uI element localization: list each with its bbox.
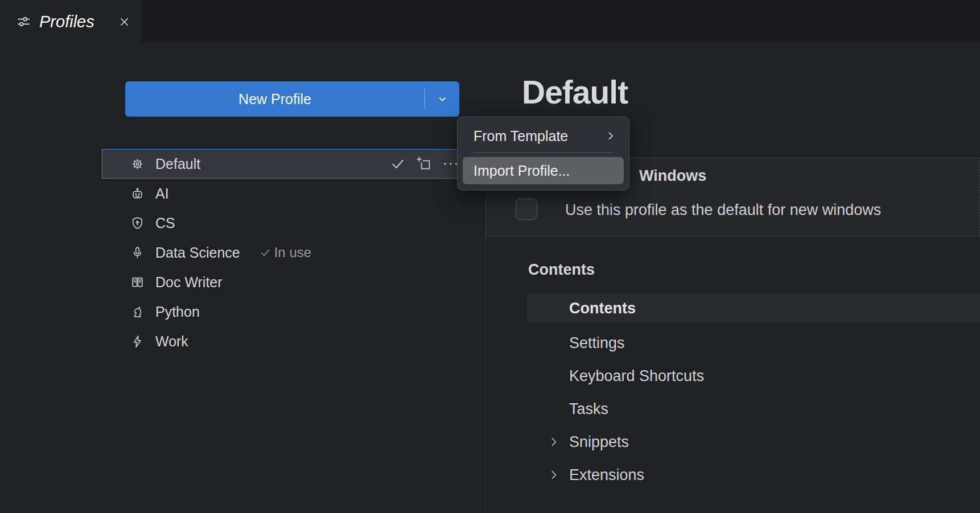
in-use-badge: In use	[258, 245, 311, 260]
tune-icon	[16, 14, 31, 29]
profile-name: CS	[155, 215, 175, 231]
profile-row-python[interactable]: Python	[102, 297, 472, 326]
open-book-icon	[130, 275, 145, 290]
tree-row-keyboard-shortcuts[interactable]: Keyboard Shortcuts	[527, 359, 980, 392]
lightning-bolt-icon	[130, 334, 145, 349]
profile-row-data-science[interactable]: Data Science In use	[102, 238, 472, 267]
profile-row-work[interactable]: Work	[102, 326, 472, 356]
default-for-new-windows-checkbox[interactable]	[516, 198, 537, 220]
tree-row-extensions[interactable]: Extensions	[527, 458, 980, 491]
gear-icon	[130, 156, 145, 172]
details-left-border	[485, 237, 486, 513]
tab-title: Profiles	[39, 13, 109, 31]
new-profile-split-button: New Profile	[125, 81, 459, 117]
chevron-right-icon[interactable]	[546, 468, 561, 482]
new-profile-label: New Profile	[238, 91, 311, 107]
profile-row-doc-writer[interactable]: Doc Writer	[102, 267, 472, 297]
profile-row-ai[interactable]: AI	[102, 179, 472, 208]
profile-name: Work	[155, 333, 188, 350]
profile-detail-title: Default	[522, 73, 628, 111]
shield-lock-icon	[130, 216, 145, 231]
profile-name: Doc Writer	[155, 274, 223, 291]
contents-table-header-row[interactable]: Contents	[527, 294, 980, 323]
profiles-editor: Profiles New Profile D	[0, 0, 980, 513]
profile-row-cs[interactable]: CS	[102, 208, 472, 238]
profile-row-default[interactable]: Default	[102, 149, 472, 179]
menu-item-from-template[interactable]: From Template	[458, 122, 629, 150]
menu-item-import-profile[interactable]: Import Profile...	[463, 157, 624, 184]
profile-name: Default	[155, 156, 200, 172]
close-tab-button[interactable]	[117, 15, 131, 28]
contents-heading: Contents	[528, 261, 595, 279]
close-icon	[118, 15, 131, 28]
new-profile-dropdown-button[interactable]	[425, 81, 459, 117]
check-icon	[258, 246, 272, 259]
contents-header-label: Contents	[569, 300, 636, 317]
tree-row-label: Snippets	[569, 433, 629, 451]
robot-icon	[130, 186, 145, 201]
profile-row-actions	[389, 150, 461, 178]
chess-knight-icon	[130, 304, 145, 320]
tree-row-label: Tasks	[569, 400, 608, 418]
chevron-down-icon	[436, 93, 449, 106]
open-in-new-window-icon[interactable]	[415, 155, 433, 172]
check-icon[interactable]	[389, 155, 406, 172]
tree-row-label: Keyboard Shortcuts	[569, 367, 704, 385]
new-profile-button[interactable]: New Profile	[125, 81, 425, 117]
tree-row-label: Extensions	[569, 466, 644, 484]
checkbox-label: Use this profile as the default for new …	[565, 201, 881, 219]
submenu-chevron-icon	[605, 130, 616, 142]
tree-row-tasks[interactable]: Tasks	[527, 392, 980, 425]
profile-name: Python	[155, 304, 200, 320]
profile-name: Data Science	[155, 245, 240, 261]
new-profile-dropdown-menu: From Template Import Profile...	[457, 117, 629, 191]
microphone-icon	[130, 245, 145, 260]
tree-row-snippets[interactable]: Snippets	[527, 425, 980, 458]
tab-bar	[0, 0, 980, 43]
menu-item-label: Import Profile...	[473, 163, 570, 179]
menu-separator	[473, 152, 613, 153]
profiles-list: Default AI	[102, 149, 472, 356]
tab-profiles[interactable]: Profiles	[0, 0, 141, 43]
contents-tree: Settings Keyboard Shortcuts Tasks Snippe…	[527, 326, 980, 491]
tree-row-settings[interactable]: Settings	[527, 326, 980, 359]
tree-row-label: Settings	[569, 334, 625, 352]
new-windows-heading: Windows	[639, 167, 706, 185]
menu-item-label: From Template	[473, 128, 605, 144]
profile-name: AI	[155, 185, 169, 202]
chevron-right-icon[interactable]	[546, 435, 561, 449]
in-use-label: In use	[274, 245, 311, 260]
